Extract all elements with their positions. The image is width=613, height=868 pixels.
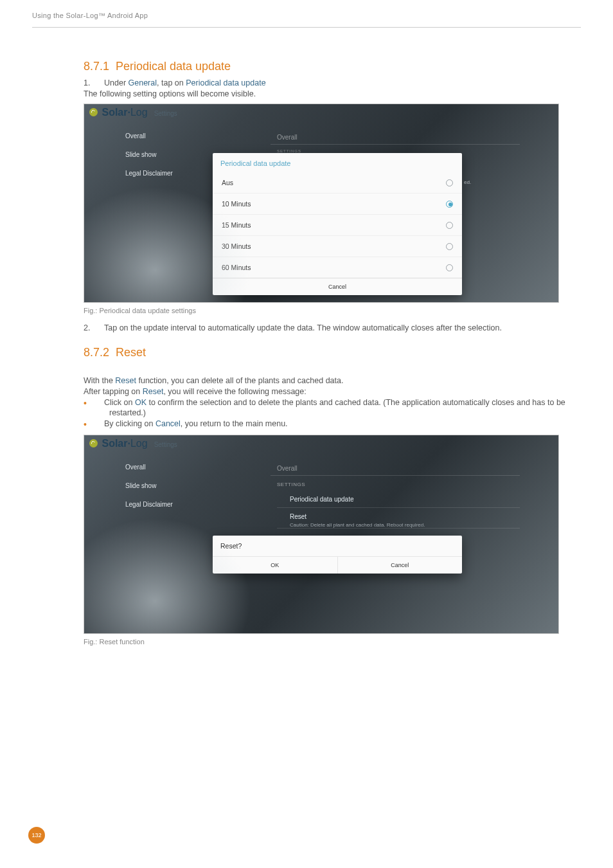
option-label: 15 Minuts — [222, 221, 251, 229]
panel-separator — [277, 528, 520, 529]
text-prefix: By clicking on — [104, 419, 155, 428]
step-text: Tap on the update interval to automatica… — [104, 323, 502, 332]
step-text-prefix: Under — [104, 78, 129, 87]
sidebar-item-overall[interactable]: Overall — [125, 132, 173, 140]
step-subtext: The following setting options will becom… — [84, 89, 581, 98]
text-suffix: , you will receive the following message… — [163, 387, 306, 396]
sidebar-item-slideshow[interactable]: Slide show — [125, 151, 173, 158]
reset-intro: With the Reset function, you can delete … — [84, 376, 581, 385]
link-general: General — [129, 78, 157, 87]
dialog-title: Periodical data update — [213, 153, 462, 172]
ok-button[interactable]: OK — [213, 557, 338, 574]
option-aus[interactable]: Aus — [213, 172, 462, 194]
bullet-icon: • — [84, 398, 93, 408]
panel-separator — [271, 475, 520, 476]
page-footer: 132 — [28, 827, 45, 844]
sidebar: Overall Slide show Legal Disclaimer — [125, 464, 173, 520]
option-15min[interactable]: 15 Minuts — [213, 215, 462, 236]
section-heading-8-7-1: 8.7.1Periodical data update — [84, 60, 581, 73]
step-text-mid: , tap on — [157, 78, 186, 87]
panel-row-periodical[interactable]: Periodical data update — [290, 496, 354, 503]
brand-solar: Solar — [102, 107, 127, 118]
section-number: 8.7.1 — [84, 60, 116, 73]
cancel-button[interactable]: Cancel — [338, 557, 463, 574]
step-number: 2. — [84, 323, 95, 332]
solarlog-logo-icon — [89, 439, 98, 448]
solarlog-logo-icon — [89, 108, 98, 116]
text-suffix: to confirm the selection and to delete t… — [109, 398, 565, 417]
app-bar: Solar·Log Settings — [84, 435, 558, 456]
dialog-cancel-button[interactable]: Cancel — [213, 278, 462, 295]
radio-icon — [446, 243, 453, 250]
bullet-ok: •Click on OK to confirm the selection an… — [84, 398, 581, 417]
option-10min[interactable]: 10 Minuts — [213, 194, 462, 215]
figure-caption-1: Fig.: Periodical data update settings — [84, 307, 581, 314]
text-suffix: function, you can delete all of the plan… — [136, 376, 343, 385]
reset-line2: After tapping on Reset, you will receive… — [84, 387, 581, 396]
radio-icon — [446, 264, 453, 271]
panel-header-overall: Overall — [277, 134, 298, 141]
section-title: Reset — [116, 346, 146, 359]
partial-text: ed. — [464, 179, 471, 185]
text-prefix: With the — [84, 376, 115, 385]
dialog-title: Reset? — [213, 536, 462, 556]
panel-settings-label: SETTINGS — [277, 482, 305, 487]
sidebar-item-legal[interactable]: Legal Disclaimer — [125, 501, 173, 508]
section-title: Periodical data update — [116, 60, 231, 73]
panel-row-reset[interactable]: Reset Caution: Delete all plant and cach… — [290, 512, 425, 529]
panel-header-overall: Overall — [277, 465, 298, 472]
bullet-icon: • — [84, 419, 93, 429]
page-number-badge: 132 — [28, 827, 45, 844]
dialog-periodical-update: Periodical data update Aus 10 Minuts 15 … — [213, 153, 462, 295]
sidebar: Overall Slide show Legal Disclaimer — [125, 132, 173, 188]
sidebar-item-overall[interactable]: Overall — [125, 464, 173, 471]
figure-caption-2: Fig.: Reset function — [84, 638, 581, 646]
page-header: Using the Solar-Log™ Android App — [0, 0, 613, 27]
appbar-subtitle: Settings — [154, 110, 177, 117]
step-number: 1. — [84, 78, 95, 87]
dialog-buttons: OK Cancel — [213, 556, 462, 574]
option-60min[interactable]: 60 Minuts — [213, 257, 462, 278]
bullet-cancel: •By clicking on Cancel, you return to th… — [84, 419, 581, 429]
radio-icon — [446, 179, 453, 186]
app-brand: Solar·Log — [89, 438, 148, 449]
sidebar-item-slideshow[interactable]: Slide show — [125, 482, 173, 489]
brand-solar: Solar — [102, 438, 127, 449]
section-number: 8.7.2 — [84, 346, 116, 359]
screenshot-reset: Solar·Log Settings Overall Slide show Le… — [84, 435, 559, 634]
link-reset: Reset — [115, 376, 136, 385]
radio-icon — [446, 222, 453, 229]
text-prefix: After tapping on — [84, 387, 143, 396]
text-prefix: Click on — [104, 398, 135, 407]
panel-separator — [271, 144, 520, 145]
panel-separator — [277, 507, 520, 508]
option-label: 30 Minuts — [222, 242, 251, 250]
appbar-subtitle: Settings — [154, 441, 177, 448]
option-label: 10 Minuts — [222, 200, 251, 208]
option-label: 60 Minuts — [222, 264, 251, 271]
app-brand: Solar·Log — [89, 107, 148, 118]
screenshot-periodical-settings: Solar·Log Settings Overall Slide show Le… — [84, 104, 559, 303]
link-reset: Reset — [143, 387, 164, 396]
link-periodical: Periodical data update — [186, 78, 265, 87]
link-ok: OK — [135, 398, 147, 407]
dialog-reset-confirm: Reset? OK Cancel — [213, 536, 462, 574]
reset-label: Reset — [290, 512, 425, 521]
ordered-step-1: 1.Under General, tap on Periodical data … — [84, 78, 581, 87]
text-suffix: , you return to the main menu. — [181, 419, 288, 428]
option-30min[interactable]: 30 Minuts — [213, 236, 462, 257]
brand-log: Log — [130, 438, 148, 449]
page-content: 8.7.1Periodical data update 1.Under Gene… — [0, 28, 613, 646]
option-label: Aus — [222, 179, 233, 186]
brand-log: Log — [130, 107, 148, 118]
link-cancel: Cancel — [155, 419, 181, 428]
sidebar-item-legal[interactable]: Legal Disclaimer — [125, 170, 173, 177]
app-bar: Solar·Log Settings — [84, 104, 558, 125]
radio-icon-selected — [446, 201, 453, 208]
ordered-step-2: 2.Tap on the update interval to automati… — [84, 323, 581, 332]
section-heading-8-7-2: 8.7.2Reset — [84, 346, 581, 359]
